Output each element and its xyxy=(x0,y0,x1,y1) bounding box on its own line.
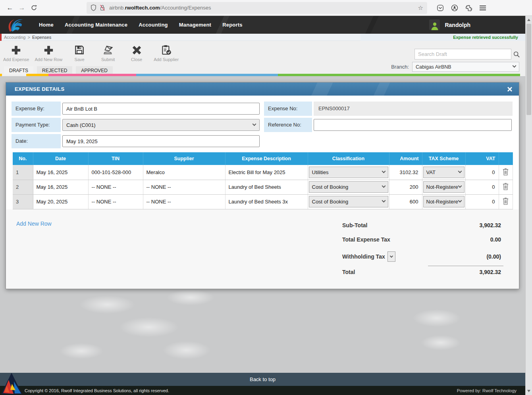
row-vat[interactable]: 0 xyxy=(465,194,499,209)
app-navbar: Home Accounting Maintenance Accounting M… xyxy=(0,16,525,34)
account-icon[interactable] xyxy=(451,4,458,12)
status-segment: Expense retrieved successfully xyxy=(360,34,525,41)
expense-by-input[interactable] xyxy=(62,103,260,115)
browser-reload-button[interactable] xyxy=(28,2,40,13)
col-vat: VAT xyxy=(465,152,499,165)
app-logo[interactable] xyxy=(0,16,33,34)
classification-select[interactable]: Cost of Booking xyxy=(309,196,388,207)
url-bar[interactable]: airbnb.rwolftech.com/Accounting/Expenses… xyxy=(87,2,427,14)
expense-no-label: Expense No: xyxy=(264,102,312,116)
tax-scheme-select[interactable]: Not-Registere xyxy=(423,181,465,193)
extensions-puzzle-icon[interactable] xyxy=(465,4,472,12)
watermark-blob xyxy=(167,290,214,305)
floppy-save-icon xyxy=(74,44,85,56)
classification-value: Cost of Booking xyxy=(312,199,349,205)
watermark-blob xyxy=(119,317,179,337)
row-supplier[interactable]: -- NONE -- xyxy=(143,180,225,194)
back-to-top-link[interactable]: Back to top xyxy=(250,376,276,382)
subtotal-line: Sub-Total 3,902.32 xyxy=(342,222,501,228)
modal-close-button[interactable] xyxy=(507,86,513,92)
tax-scheme-select[interactable]: Not-Registere xyxy=(423,196,465,207)
row-amount[interactable]: 200 xyxy=(389,180,422,194)
chevron-down-icon xyxy=(389,254,393,257)
menu-hamburger-icon[interactable] xyxy=(480,6,486,10)
withholding-tax-select[interactable] xyxy=(387,251,395,262)
classification-select[interactable]: Cost of Booking xyxy=(309,181,388,193)
branch-label: Branch: xyxy=(373,64,412,70)
row-date[interactable]: May 16, 2025 xyxy=(33,180,88,194)
search-button[interactable] xyxy=(511,49,522,59)
expense-items-table: No. Date TIN Supplier Expense Descriptio… xyxy=(13,152,513,209)
delete-row-button[interactable] xyxy=(502,182,509,190)
delete-row-button[interactable] xyxy=(502,168,509,176)
nav-item-accounting[interactable]: Accounting xyxy=(133,16,173,34)
tax-scheme-select[interactable]: VAT xyxy=(423,167,465,178)
bookmark-star-icon[interactable]: ☆ xyxy=(418,4,423,12)
delete-row-button[interactable] xyxy=(502,197,509,205)
scroll-up-arrow[interactable] xyxy=(527,19,530,21)
classification-select[interactable]: Utilities xyxy=(309,167,388,178)
nav-item-reports[interactable]: Reports xyxy=(217,16,248,34)
footer-logo xyxy=(1,372,23,395)
nav-item-accounting-maintenance[interactable]: Accounting Maintenance xyxy=(59,16,133,34)
row-vat[interactable]: 0 xyxy=(465,180,499,194)
row-tin[interactable]: -- NONE -- xyxy=(88,194,143,209)
scroll-thumb[interactable] xyxy=(526,24,531,115)
tab-drafts[interactable]: DRAFTS xyxy=(4,66,33,75)
withholding-value: (0.00) xyxy=(486,253,501,260)
row-amount[interactable]: 3102.32 xyxy=(389,165,422,180)
save-button[interactable]: Save xyxy=(68,44,91,62)
footer-bar: Copyright © 2016, Rwolf Integrated Busin… xyxy=(0,386,525,395)
payment-type-select[interactable]: Cash (C001) xyxy=(62,119,260,131)
nav-item-management[interactable]: Management xyxy=(173,16,217,34)
add-new-row-button[interactable]: Add New Row xyxy=(35,44,62,62)
add-supplier-button[interactable]: Add Supplier xyxy=(154,44,179,62)
reference-no-input[interactable] xyxy=(314,119,512,131)
row-supplier[interactable]: Meralco xyxy=(143,165,225,180)
close-label: Close xyxy=(131,57,142,62)
scroll-down-arrow[interactable] xyxy=(527,390,530,392)
row-description[interactable]: Laundry of Bed Sheets 3x xyxy=(225,194,308,209)
add-new-row-label: Add New Row xyxy=(35,57,62,62)
lock-insecure-icon xyxy=(100,4,105,11)
row-no: 3 xyxy=(13,194,33,209)
expense-no-value: EPNS000017 xyxy=(314,102,513,116)
col-amount: Amount xyxy=(389,152,422,165)
classification-value: Cost of Booking xyxy=(312,184,349,190)
total-label: Total xyxy=(342,269,355,275)
tab-rejected[interactable]: REJECTED xyxy=(37,66,72,75)
row-description[interactable]: Electric Bill for May 2025 xyxy=(225,165,308,180)
expense-by-label: Expense By: xyxy=(12,102,61,116)
nav-item-home[interactable]: Home xyxy=(33,16,59,34)
pocket-icon[interactable] xyxy=(437,4,444,12)
row-amount[interactable]: 600 xyxy=(389,194,422,209)
tax-scheme-value: VAT xyxy=(426,169,436,175)
add-expense-button[interactable]: Add Expense xyxy=(3,44,29,62)
branch-select[interactable]: Cabigas AirBNB xyxy=(412,62,519,72)
watermark-blob xyxy=(60,343,103,359)
browser-back-button[interactable]: ← xyxy=(4,2,16,13)
add-new-row-link[interactable]: Add New Row xyxy=(16,221,52,227)
row-tin[interactable]: -- NONE -- xyxy=(88,180,143,194)
row-tin[interactable]: 000-101-528-000 xyxy=(88,165,143,180)
date-input[interactable] xyxy=(62,135,260,147)
browser-forward-button[interactable]: → xyxy=(16,2,28,13)
status-message: Expense retrieved successfully xyxy=(453,35,518,40)
user-menu[interactable]: Randolph xyxy=(429,19,470,30)
row-supplier[interactable]: -- NONE -- xyxy=(143,194,225,209)
row-vat[interactable]: 0 xyxy=(465,165,499,180)
scrollbar[interactable] xyxy=(525,16,532,395)
search-draft-input[interactable] xyxy=(414,49,511,59)
chevron-down-icon xyxy=(382,169,386,173)
breadcrumb-section[interactable]: Accounting xyxy=(4,35,25,40)
back-to-top-bar: Back to top xyxy=(0,373,525,386)
row-date[interactable]: May 16, 2025 xyxy=(33,165,88,180)
submit-button[interactable]: Submit xyxy=(96,44,120,62)
expense-tax-line: Total Expense Tax 0.00 xyxy=(342,236,501,243)
close-button[interactable]: Close xyxy=(125,44,148,62)
clipboard-check-icon xyxy=(161,44,172,56)
row-description[interactable]: Laundry of Bed Sheets xyxy=(225,180,308,194)
row-date[interactable]: May 20, 2025 xyxy=(33,194,88,209)
search-icon xyxy=(513,51,520,58)
tab-approved[interactable]: APPROVED xyxy=(76,66,113,75)
